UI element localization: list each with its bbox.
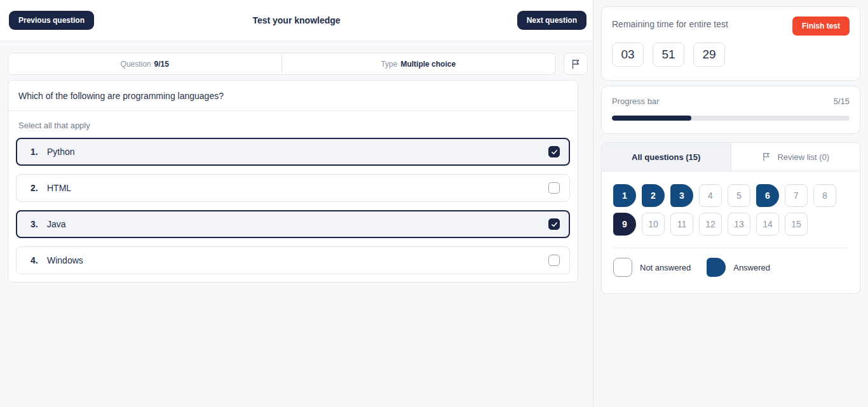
answered-swatch bbox=[707, 258, 726, 277]
legend: Not answered Answered bbox=[602, 248, 860, 291]
option-row-html[interactable]: 2. HTML bbox=[16, 174, 570, 202]
options-list: 1. Python 2. HTML 3. Java 4. Win bbox=[8, 138, 578, 282]
progress-card: Progress bar 5/15 bbox=[601, 86, 860, 134]
sidebar: Remaining time for entire test Finish te… bbox=[593, 0, 868, 407]
option-number: 2. bbox=[31, 183, 47, 193]
question-grid-item-11[interactable]: 11 bbox=[670, 213, 693, 236]
question-grid-item-13[interactable]: 13 bbox=[728, 213, 750, 236]
question-type: Type Multiple choice bbox=[282, 53, 555, 74]
test-panel: Previous question Test your knowledge Ne… bbox=[0, 0, 593, 407]
question-grid-item-9[interactable]: 9 bbox=[613, 213, 636, 236]
option-label: HTML bbox=[47, 183, 71, 193]
tab-review-list[interactable]: Review list (0) bbox=[731, 143, 860, 171]
next-question-button[interactable]: Next question bbox=[517, 11, 587, 30]
question-grid-item-6[interactable]: 6 bbox=[756, 184, 779, 207]
question-grid-item-7[interactable]: 7 bbox=[785, 184, 808, 207]
timer-minutes: 51 bbox=[653, 43, 684, 67]
tab-all-questions-label: All questions (15) bbox=[632, 152, 700, 162]
timer-card: Remaining time for entire test Finish te… bbox=[601, 6, 860, 81]
tab-all-questions[interactable]: All questions (15) bbox=[602, 143, 731, 171]
flag-icon bbox=[761, 152, 771, 162]
flag-question-button[interactable] bbox=[564, 53, 588, 75]
option-row-windows[interactable]: 4. Windows bbox=[16, 246, 570, 274]
flag-icon bbox=[570, 58, 581, 70]
question-navigator-card: All questions (15) Review list (0) 1 2 3… bbox=[601, 142, 860, 294]
question-meta-bar: Question 9/15 Type Multiple choice bbox=[8, 53, 555, 75]
not-answered-swatch bbox=[613, 258, 632, 277]
checkmark-icon bbox=[551, 149, 558, 156]
checkmark-icon bbox=[551, 221, 558, 228]
question-grid-item-8[interactable]: 8 bbox=[813, 184, 836, 207]
timer-label: Remaining time for entire test bbox=[612, 17, 728, 29]
question-grid-item-4[interactable]: 4 bbox=[699, 184, 722, 207]
question-type-value: Multiple choice bbox=[400, 60, 456, 69]
question-grid-item-3[interactable]: 3 bbox=[670, 184, 693, 207]
option-row-java[interactable]: 3. Java bbox=[16, 210, 570, 238]
question-text: Which of the following are programming l… bbox=[8, 81, 578, 111]
option-row-python[interactable]: 1. Python bbox=[16, 138, 570, 166]
question-grid-item-5[interactable]: 5 bbox=[728, 184, 750, 207]
question-card: Which of the following are programming l… bbox=[8, 80, 578, 283]
question-grid-item-2[interactable]: 2 bbox=[642, 184, 665, 207]
checkbox-checked[interactable] bbox=[548, 218, 560, 230]
finish-test-button[interactable]: Finish test bbox=[792, 17, 850, 36]
question-grid-item-12[interactable]: 12 bbox=[699, 213, 722, 236]
question-number: Question 9/15 bbox=[8, 53, 282, 74]
question-number-value: 9/15 bbox=[154, 60, 169, 69]
answered-label: Answered bbox=[733, 263, 770, 272]
question-grid-item-14[interactable]: 14 bbox=[756, 213, 779, 236]
navigator-tabs: All questions (15) Review list (0) bbox=[602, 143, 860, 171]
progress-fill bbox=[612, 116, 691, 121]
checkbox-unchecked[interactable] bbox=[548, 255, 560, 266]
question-number-grid: 1 2 3 4 5 6 7 8 9 10 11 12 13 14 15 bbox=[602, 171, 860, 236]
option-number: 1. bbox=[31, 147, 47, 157]
question-grid-item-10[interactable]: 10 bbox=[642, 213, 665, 236]
progress-label: Progress bar bbox=[612, 97, 659, 106]
checkbox-checked[interactable] bbox=[548, 146, 560, 157]
timer-hours: 03 bbox=[612, 43, 644, 67]
test-header: Previous question Test your knowledge Ne… bbox=[0, 0, 593, 41]
question-type-label: Type bbox=[381, 60, 397, 69]
tab-review-list-label: Review list (0) bbox=[777, 152, 829, 162]
option-number: 3. bbox=[31, 219, 47, 229]
option-label: Python bbox=[47, 147, 75, 157]
progress-value: 5/15 bbox=[834, 97, 850, 106]
question-grid-item-15[interactable]: 15 bbox=[785, 213, 808, 236]
option-label: Windows bbox=[47, 255, 83, 265]
previous-question-button[interactable]: Previous question bbox=[9, 11, 94, 30]
option-label: Java bbox=[47, 219, 66, 229]
checkbox-unchecked[interactable] bbox=[548, 182, 560, 194]
question-number-label: Question bbox=[121, 60, 151, 69]
question-grid-item-1[interactable]: 1 bbox=[613, 184, 636, 207]
option-number: 4. bbox=[31, 255, 47, 265]
progress-bar-track bbox=[612, 116, 850, 121]
question-instruction: Select all that apply bbox=[8, 111, 578, 138]
not-answered-label: Not answered bbox=[640, 263, 691, 272]
timer-display: 03 51 29 bbox=[612, 43, 850, 67]
question-meta-row: Question 9/15 Type Multiple choice bbox=[8, 53, 588, 75]
timer-seconds: 29 bbox=[693, 43, 725, 67]
